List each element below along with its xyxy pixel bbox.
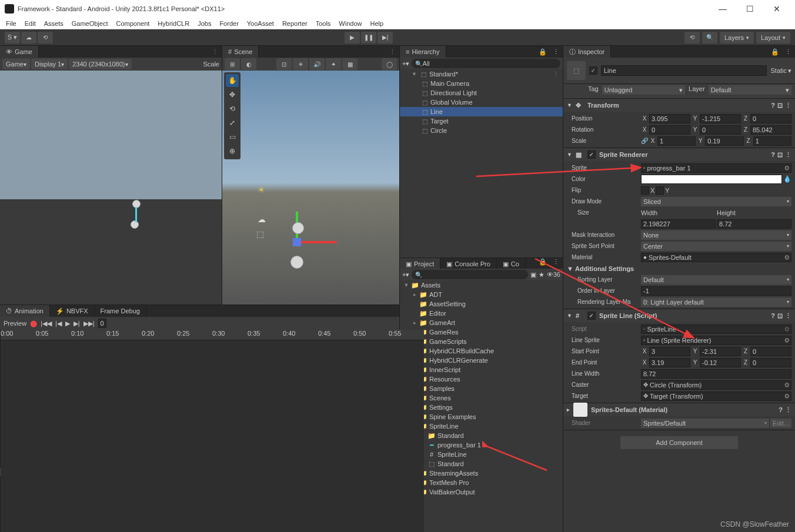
sortlayer-dropdown[interactable]: Default (641, 275, 791, 285)
proj-root[interactable]: ▼📁Assets (400, 280, 563, 290)
hierarchy-item[interactable]: ⬚Directional Light (400, 88, 563, 98)
co-tab[interactable]: ▣ Co (497, 258, 526, 270)
proj-folder[interactable]: ▸📁Samples (400, 384, 563, 393)
proj-folder[interactable]: ▸📁GameScripts (400, 337, 563, 346)
proj-folder[interactable]: ▸📁GameArt (400, 318, 563, 327)
game-mode-dropdown[interactable]: Game ▾ (2, 59, 30, 69)
menu-yooasset[interactable]: YooAsset (247, 20, 274, 27)
edit-button[interactable]: Edit... (770, 419, 791, 428)
lock-icon[interactable]: 🔒 (536, 48, 549, 56)
layout-dropdown[interactable]: Layout (756, 32, 790, 44)
history-icon[interactable]: ⟲ (38, 32, 53, 44)
color-field[interactable] (641, 175, 782, 184)
audio-icon[interactable]: 🔊 (309, 58, 325, 70)
scale-x[interactable]: 1 (657, 136, 696, 146)
resolution-dropdown[interactable]: 2340 (2340x1080) ▾ (69, 59, 131, 69)
tab-menu-icon[interactable]: ⋮ (208, 48, 222, 56)
order-field[interactable]: -1 (641, 286, 791, 296)
proj-folder[interactable]: ▸📁Resources (400, 374, 563, 384)
proj-item-progressbar[interactable]: ▸━progress_bar 1 (400, 440, 563, 450)
sprite-field[interactable]: ▫progress_bar 1 (641, 163, 791, 173)
hierarchy-item[interactable]: ⬚Circle (400, 126, 563, 135)
link-icon[interactable]: 🔗 (641, 138, 648, 144)
proj-folder[interactable]: 📁Editor (400, 309, 563, 318)
shader-dropdown[interactable]: Sprites/Default (641, 419, 769, 428)
height-field[interactable]: 8.72 (717, 219, 791, 229)
console-tab[interactable]: ▣ Console Pro (440, 258, 497, 270)
project-tab[interactable]: ▣ Project (400, 258, 440, 270)
drawmode-dropdown[interactable]: Sliced (641, 197, 791, 206)
menu-tools[interactable]: Tools (316, 20, 331, 27)
first-frame-icon[interactable]: |◀◀ (41, 320, 52, 327)
create-icon[interactable]: +▾ (402, 271, 409, 279)
record-button[interactable]: ⬤ (30, 320, 37, 327)
2d-toggle[interactable]: ⊡ (276, 58, 292, 70)
hand-tool-icon[interactable]: ✋ (226, 74, 239, 87)
menu-edit[interactable]: Edit (25, 20, 36, 27)
hierarchy-item[interactable]: ⬚Main Camera (400, 79, 563, 88)
play-anim-icon[interactable]: ▶ (65, 320, 70, 327)
prev-frame-icon[interactable]: |◀ (55, 320, 62, 327)
scale-z[interactable]: 1 (753, 136, 791, 146)
lighting-icon[interactable]: ☀ (293, 58, 308, 70)
hierarchy-search[interactable]: 🔍 All (412, 59, 560, 68)
picker-icon[interactable]: 💧 (783, 175, 791, 183)
minimize-button[interactable]: — (709, 0, 736, 18)
rect-tool-icon[interactable]: ▭ (226, 131, 239, 143)
material-field[interactable]: ●Sprites-Default (641, 253, 791, 262)
rendermask-dropdown[interactable]: 0: Light Layer default (641, 297, 791, 307)
hierarchy-root[interactable]: ▼⬚Standard*⋮ (400, 69, 563, 79)
play-button[interactable]: ▶ (345, 32, 360, 44)
scene-view[interactable]: ✋ ✥ ⟲ ⤢ ▭ ⊕ ☀ ☁ ⬚ (222, 71, 399, 305)
proj-folder[interactable]: ▸📁InnerScript (400, 365, 563, 374)
close-button[interactable]: ✕ (763, 0, 790, 18)
name-field[interactable]: Line (601, 65, 767, 76)
pos-z[interactable]: 0 (750, 114, 791, 123)
tag-dropdown[interactable]: Untagged▾ (602, 85, 685, 95)
scale-y[interactable]: 0.19 (705, 136, 743, 146)
framedebug-tab[interactable]: Frame Debug (95, 305, 146, 317)
hierarchy-item-line[interactable]: ⬚Line (400, 107, 563, 116)
shaded-icon[interactable]: ◐ (241, 58, 256, 70)
scale-tool-icon[interactable]: ⤢ (226, 116, 239, 129)
menu-forder[interactable]: Forder (219, 20, 238, 27)
linewidth-field[interactable]: 8.72 (641, 369, 791, 379)
menu-file[interactable]: File (6, 20, 16, 27)
scene-tab[interactable]: # Scene (222, 46, 259, 58)
proj-folder-spriteline[interactable]: ▼📁SpriteLine (400, 421, 563, 431)
project-search[interactable]: 🔍 (412, 270, 527, 279)
last-frame-icon[interactable]: ▶▶| (83, 320, 95, 327)
lock-icon[interactable]: 🔒 (536, 258, 549, 269)
mask-dropdown[interactable]: None (641, 230, 791, 240)
game-tab[interactable]: 👁 Game (0, 46, 39, 58)
proj-folder[interactable]: ▸📁Settings (400, 403, 563, 412)
rot-x[interactable]: 0 (649, 125, 690, 135)
move-tool-icon[interactable]: ✥ (226, 88, 239, 101)
create-icon[interactable]: +▾ (402, 60, 409, 68)
search-icon[interactable]: 🔍 (702, 32, 717, 44)
pos-y[interactable]: -1.215 (700, 114, 741, 123)
proj-folder[interactable]: ▸📁TextMesh Pro (400, 478, 563, 487)
tab-menu-icon[interactable]: ⋮ (386, 48, 399, 56)
cloud-icon[interactable]: ☁ (21, 32, 36, 44)
flip-y[interactable] (656, 186, 664, 195)
enable-checkbox[interactable]: ✓ (587, 150, 596, 159)
step-button[interactable]: ▶| (378, 32, 393, 44)
linesprite-field[interactable]: ▫Line (Sprite Renderer) (641, 336, 791, 345)
gameobject-icon[interactable]: ⬚ (567, 61, 586, 80)
hierarchy-tab[interactable]: ≡ Hierarchy (400, 46, 446, 58)
enable-checkbox[interactable]: ✓ (587, 312, 596, 320)
hierarchy-item[interactable]: ⬚Global Volume (400, 98, 563, 107)
undo-history-icon[interactable]: ⟲ (684, 32, 700, 44)
width-field[interactable]: 2.198227 (641, 219, 716, 229)
tab-menu-icon[interactable]: ⋮ (781, 48, 795, 56)
gizmo-icon[interactable]: ▦ (342, 58, 358, 70)
menu-component[interactable]: Component (116, 20, 149, 27)
account-button[interactable]: S ▾ (5, 32, 20, 44)
maximize-button[interactable]: ☐ (736, 0, 763, 18)
timeline-ruler[interactable]: 0:000:050:100:150:200:250:300:350:400:45… (1, 330, 424, 340)
pos-x[interactable]: 3.095 (649, 114, 690, 123)
frame-field[interactable]: 0 (98, 319, 106, 328)
proj-item[interactable]: ▸📁Standard (400, 431, 563, 440)
rotate-tool-icon[interactable]: ⟲ (226, 102, 239, 115)
